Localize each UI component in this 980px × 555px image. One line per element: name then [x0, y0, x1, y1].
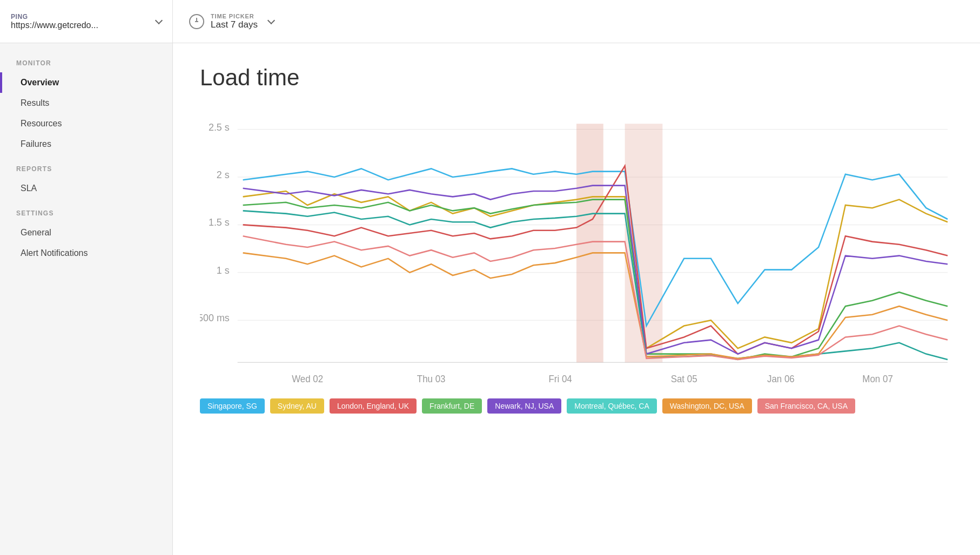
sidebar-item-sla[interactable]: SLA [0, 178, 172, 199]
time-picker-text: TIME PICKER Last 7 days [211, 13, 258, 30]
ping-url: https://www.getcredo... [11, 21, 98, 30]
svg-text:2 s: 2 s [217, 169, 230, 180]
chart-legend: Singapore, SGSydney, AULondon, England, … [200, 398, 953, 414]
svg-text:1 s: 1 s [217, 265, 230, 276]
legend-item-singapore--sg: Singapore, SG [200, 398, 265, 414]
legend-item-frankfurt--de: Frankfurt, DE [422, 398, 482, 414]
legend-item-washington--dc--usa: Washington, DC, USA [662, 398, 752, 414]
sidebar: MONITOROverviewResultsResourcesFailuresR… [0, 43, 173, 555]
sidebar-item-failures[interactable]: Failures [0, 134, 172, 154]
main-content: Load time 2.5 s 2 s 1.5 s 1 s 500 ms [173, 43, 980, 555]
legend-item-montreal--qu-bec--ca: Montreal, Québec, CA [567, 398, 657, 414]
legend-item-san-francisco--ca--usa: San Francisco, CA, USA [757, 398, 855, 414]
legend-item-sydney--au: Sydney, AU [270, 398, 324, 414]
top-bar: PING https://www.getcredo... TIME PICKER… [0, 0, 980, 43]
chart-svg-wrapper: 2.5 s 2 s 1.5 s 1 s 500 ms [200, 107, 953, 388]
sidebar-section-settings: SETTINGS [0, 209, 172, 217]
sidebar-item-results[interactable]: Results [0, 93, 172, 113]
svg-text:Mon 07: Mon 07 [862, 373, 892, 384]
time-picker-chevron-icon[interactable] [267, 16, 275, 24]
svg-text:Fri 04: Fri 04 [549, 373, 573, 384]
legend-item-london--england--uk: London, England, UK [330, 398, 417, 414]
svg-text:1.5 s: 1.5 s [209, 216, 230, 228]
svg-text:Sat 05: Sat 05 [671, 373, 697, 384]
clock-icon [189, 14, 204, 29]
sidebar-item-general[interactable]: General [0, 222, 172, 243]
svg-text:500 ms: 500 ms [200, 312, 230, 323]
sidebar-item-alert-notifications[interactable]: Alert Notifications [0, 243, 172, 263]
time-picker-section[interactable]: TIME PICKER Last 7 days [173, 0, 290, 43]
svg-text:Wed 02: Wed 02 [292, 373, 323, 384]
ping-label: PING [11, 13, 156, 21]
ping-info: PING https://www.getcredo... [11, 13, 156, 30]
sidebar-item-resources[interactable]: Resources [0, 113, 172, 134]
legend-item-newark--nj--usa: Newark, NJ, USA [487, 398, 561, 414]
chart-container: 2.5 s 2 s 1.5 s 1 s 500 ms [200, 107, 953, 414]
load-time-chart: 2.5 s 2 s 1.5 s 1 s 500 ms [200, 107, 953, 388]
sidebar-section-reports: REPORTS [0, 165, 172, 173]
main-layout: MONITOROverviewResultsResourcesFailuresR… [0, 43, 980, 555]
time-picker-value: Last 7 days [211, 19, 258, 30]
sidebar-item-overview[interactable]: Overview [0, 72, 172, 93]
time-picker-label: TIME PICKER [211, 13, 258, 19]
svg-text:Thu 03: Thu 03 [417, 373, 446, 384]
ping-section[interactable]: PING https://www.getcredo... [0, 0, 173, 43]
ping-chevron-icon[interactable] [155, 16, 163, 24]
sidebar-section-monitor: MONITOR [0, 59, 172, 67]
page-title: Load time [200, 65, 953, 91]
svg-text:2.5 s: 2.5 s [209, 121, 230, 132]
svg-text:Jan 06: Jan 06 [767, 373, 795, 384]
